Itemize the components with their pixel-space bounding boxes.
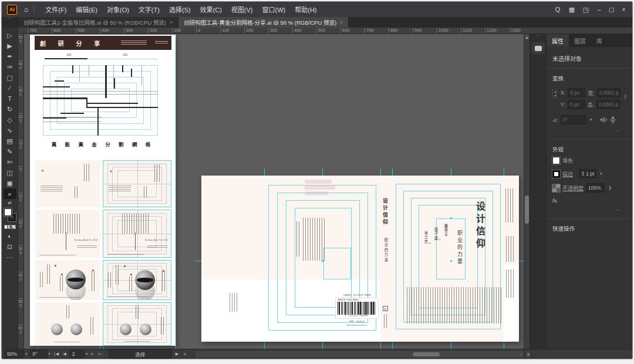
- stroke-weight-input[interactable]: ▲▼ 1 pt: [579, 169, 596, 178]
- arrange-documents-icon[interactable]: ▦: [566, 6, 578, 14]
- horizontal-ruler[interactable]: 7006005004003002001000100200300400500600…: [18, 28, 632, 34]
- appearance-more-icon[interactable]: ···: [613, 206, 621, 213]
- vertical-scrollbar[interactable]: ▲: [524, 34, 530, 349]
- tool-button[interactable]: ↻: [4, 104, 16, 114]
- ruler-label: 100: [172, 28, 196, 33]
- tool-button[interactable]: ◫: [4, 167, 16, 178]
- horizontal-scroll-thumb[interactable]: [413, 352, 440, 356]
- menu-item[interactable]: 效果(C): [195, 5, 227, 14]
- constrain-proportions-icon[interactable]: [624, 88, 626, 106]
- opacity-icon[interactable]: [552, 184, 560, 192]
- document-tab-title: 创研构图工具2-全能等比网格.ai @ 50 % (RGB/CPU 预览): [23, 18, 166, 26]
- ruler-label: 300: [18, 245, 23, 272]
- canvas[interactable]: 創 研 分 享 100 162: [24, 34, 524, 349]
- transform-more-icon[interactable]: ···: [613, 127, 621, 133]
- tool-button[interactable]: ▣: [4, 178, 16, 188]
- header-fine-print: [121, 41, 147, 45]
- toolbar-more-icon[interactable]: ⋯: [4, 252, 16, 262]
- chevron-down-icon[interactable]: ▾: [600, 171, 602, 176]
- tab-close-icon[interactable]: ×: [340, 19, 343, 25]
- tool-button[interactable]: ✎: [4, 146, 16, 157]
- workspace-switcher-icon[interactable]: ◳: [580, 6, 592, 14]
- artboard-number-input[interactable]: 2: [69, 350, 85, 358]
- scroll-up-icon[interactable]: ▲: [524, 34, 530, 41]
- previous-artboard-button[interactable]: ◀: [63, 352, 66, 356]
- last-artboard-button[interactable]: ▶|: [99, 352, 104, 356]
- vertical-ruler[interactable]: 5004003002001000100200300400500600700: [18, 34, 24, 349]
- tool-button[interactable]: ✄: [4, 157, 16, 167]
- home-icon[interactable]: ⌂: [24, 5, 28, 14]
- rotation-select[interactable]: 0°: [30, 350, 48, 358]
- x-input[interactable]: 0 px: [568, 88, 585, 97]
- height-input[interactable]: 0.0001 p: [596, 100, 620, 109]
- status-next-icon[interactable]: ▶: [176, 352, 179, 356]
- vertical-scroll-thumb[interactable]: [525, 196, 529, 224]
- scroll-right-icon[interactable]: ›: [520, 352, 522, 357]
- sample-letterhead-grid: ❖: [103, 160, 171, 207]
- fill-swatch[interactable]: [4, 208, 12, 216]
- document-tab[interactable]: 创研构图工具-黄金分割网格-分享.ai @ 50 % (RGB/CPU 预览) …: [178, 17, 349, 28]
- panel-tab[interactable]: 库: [591, 34, 608, 47]
- draw-mode-icon[interactable]: ◐: [4, 231, 16, 241]
- fill-color-swatch[interactable]: [552, 157, 560, 164]
- color-mode-bar[interactable]: [4, 225, 16, 229]
- tool-button[interactable]: ∕: [4, 83, 16, 93]
- chevron-down-icon[interactable]: ▾: [49, 352, 51, 356]
- flip-horizontal-icon[interactable]: [599, 117, 608, 123]
- app-logo-icon[interactable]: Ai: [7, 5, 17, 15]
- chevron-down-icon[interactable]: ▾: [86, 352, 88, 356]
- width-input[interactable]: 0.0001 p: [597, 88, 620, 97]
- tool-button[interactable]: ∿: [4, 125, 16, 136]
- reference-point-icon[interactable]: [552, 89, 557, 98]
- y-input[interactable]: 0 px: [568, 100, 585, 109]
- chevron-down-icon[interactable]: ▾: [590, 117, 592, 122]
- tool-button[interactable]: ▶: [4, 41, 16, 51]
- menu-item[interactable]: 编辑(E): [71, 5, 102, 14]
- panel-tab[interactable]: 图层: [569, 34, 591, 47]
- menu-item[interactable]: 选择(S): [164, 5, 195, 14]
- opacity-input[interactable]: 100%: [586, 183, 605, 193]
- tool-button[interactable]: ✑: [4, 62, 16, 72]
- tool-button[interactable]: ▢: [4, 72, 16, 83]
- tool-button[interactable]: ▤: [4, 136, 16, 146]
- comments-panel-button[interactable]: [532, 42, 545, 54]
- fill-stroke-control[interactable]: [4, 208, 16, 221]
- status-prev-icon[interactable]: ◀: [183, 352, 186, 356]
- effects-button[interactable]: fx.: [552, 197, 558, 204]
- menu-item[interactable]: 文字(T): [134, 5, 164, 14]
- chevron-down-icon[interactable]: ▾: [25, 352, 28, 356]
- menu-item[interactable]: 帮助(H): [290, 5, 321, 14]
- tool-button[interactable]: ◇: [4, 114, 16, 125]
- scroll-corner-icon[interactable]: ▾: [525, 350, 531, 358]
- menu-item[interactable]: 窗口(W): [258, 5, 291, 14]
- horizontal-scrollbar[interactable]: ›: [195, 351, 523, 358]
- stroke-label[interactable]: 描边: [562, 170, 573, 178]
- minimize-button[interactable]: –: [594, 6, 604, 13]
- angle-input[interactable]: 0°: [561, 115, 586, 124]
- tool-button[interactable]: ▷: [4, 30, 16, 41]
- document-tab[interactable]: 创研构图工具2-全能等比网格.ai @ 50 % (RGB/CPU 预览) ×: [18, 17, 178, 28]
- maximize-button[interactable]: ▢: [606, 6, 616, 13]
- tool-button[interactable]: ✒: [4, 51, 16, 62]
- tab-close-icon[interactable]: ×: [170, 19, 173, 25]
- menu-item[interactable]: 文件(F): [41, 5, 71, 14]
- opacity-label[interactable]: 不透明度: [562, 184, 584, 192]
- zoom-level-select[interactable]: 50%: [4, 350, 24, 358]
- chevron-right-icon[interactable]: ❯: [608, 186, 612, 190]
- vertical-scroll-track[interactable]: [524, 41, 530, 349]
- tool-button[interactable]: ⌕: [4, 188, 16, 199]
- first-artboard-button[interactable]: |◀: [54, 352, 59, 356]
- next-artboard-button[interactable]: ▶: [91, 352, 95, 356]
- search-icon[interactable]: Q: [552, 6, 564, 13]
- tool-button[interactable]: T: [4, 93, 16, 104]
- stroke-color-swatch[interactable]: [552, 170, 560, 178]
- panel-tab[interactable]: 属性: [547, 34, 569, 47]
- menu-item[interactable]: 视图(V): [227, 5, 258, 14]
- menubar: Ai ⌂ 文件(F)编辑(E)对象(O)文字(T)选择(S)效果(C)视图(V)…: [2, 2, 632, 17]
- swap-fill-stroke-icon[interactable]: ⇄: [8, 200, 12, 205]
- fill-label[interactable]: 填色: [562, 157, 573, 164]
- close-button[interactable]: ×: [619, 6, 629, 13]
- menu-item[interactable]: 对象(O): [102, 5, 134, 14]
- screen-mode-icon[interactable]: ⊡: [4, 241, 16, 252]
- flip-vertical-icon[interactable]: [610, 116, 616, 123]
